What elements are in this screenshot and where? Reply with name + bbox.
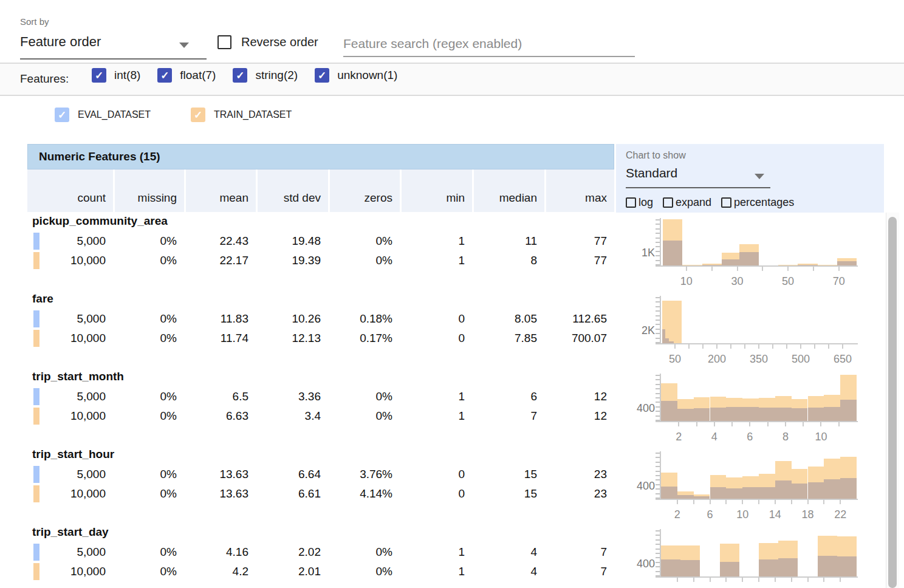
stat-std-dev: 6.64 [256,465,328,484]
stat-std-dev: 6.61 [256,485,328,503]
stat-zeros: 3.76% [328,465,400,484]
x-tick-label: 500 [792,353,810,366]
overlap-bar [759,559,778,576]
numeric-features-title: Numeric Features (15) [39,145,614,169]
x-tick-label: 10 [736,508,748,521]
stat-min: 1 [400,407,472,425]
stat-mean: 11.83 [184,310,256,328]
chart-type-dropdown[interactable]: Standard [626,166,677,180]
overlap-bar [661,487,677,499]
checkbox-unchecked-icon[interactable] [721,197,731,208]
stat-std-dev: 2.02 [256,543,328,561]
overlap-bar [837,261,857,265]
stat-min: 1 [400,543,472,561]
stat-mean: 4.2 [184,562,256,581]
x-tick-label: 10 [815,431,827,443]
checkbox-checked-icon[interactable]: ✓ [157,68,172,83]
stat-missing: 0% [113,310,184,328]
stat-std-dev: 3.4 [256,407,328,425]
stat-max: 112.65 [544,310,614,328]
x-axis-tick [710,578,711,582]
sort-by-underline [20,58,207,60]
x-tick-label: 14 [769,508,781,521]
chevron-down-icon[interactable] [755,174,764,179]
overlap-bar [726,407,742,421]
x-axis-tick [702,344,704,349]
x-axis-tick [674,344,676,349]
column-header-median: median [474,169,544,212]
x-axis-tick [725,500,727,504]
stat-median: 6 [472,388,544,406]
x-axis-tick [737,267,738,271]
feature-type-filter: ✓string(2) [233,68,298,83]
x-axis-tick [749,422,750,426]
overlap-bar [824,407,840,421]
chart-option-expand: expand [663,196,711,209]
x-axis-tick [758,344,759,349]
stat-std-dev: 10.26 [256,310,328,328]
stat-count: 5,000 [27,465,113,484]
checkbox-checked-icon[interactable]: ✓ [233,68,247,83]
chart-option-label: percentages [734,196,794,209]
x-axis-tick [742,500,743,504]
x-tick-label: 8 [782,431,789,443]
reverse-order-checkbox[interactable] [217,35,231,49]
dataset-checkbox-train_dataset[interactable]: ✓ [191,108,205,122]
x-axis-tick [716,344,717,349]
feature-name: trip_start_day [32,525,109,539]
x-axis-tick [762,267,763,271]
x-tick-label: 18 [801,508,813,521]
feature-type-filters: ✓int(8)✓float(7)✓string(2)✓unknown(1) [92,68,397,83]
stat-median: 15 [472,485,544,503]
stat-missing: 0% [113,562,184,581]
column-header-min: min [402,169,472,212]
stat-max: 77 [544,232,614,250]
stat-min: 1 [400,251,472,270]
column-header-label: zeros [365,191,392,205]
feature-type-filter-label: float(7) [180,69,216,82]
x-axis-tick [787,267,789,271]
chevron-down-icon[interactable] [179,43,189,48]
stat-count: 10,000 [27,329,113,347]
x-axis-tick [813,267,814,271]
stat-count: 10,000 [27,562,113,581]
checkbox-unchecked-icon[interactable] [626,197,636,208]
stat-count: 10,000 [27,485,113,503]
dataset-checkbox-eval_dataset[interactable]: ✓ [55,108,69,122]
column-header-label: median [499,191,537,205]
x-tick-label: 4 [711,431,717,443]
stat-count: 10,000 [27,251,113,270]
overlap-bar [694,408,710,421]
feature-type-filter: ✓unknown(1) [315,68,397,83]
stat-missing: 0% [113,329,184,347]
column-header-missing: missing [115,169,184,212]
sort-by-dropdown[interactable]: Feature order [20,34,101,50]
stat-missing: 0% [113,407,184,425]
checkbox-checked-icon[interactable]: ✓ [315,68,329,83]
x-axis-tick [838,267,840,271]
overlap-bar [722,259,739,265]
x-axis-tick [711,267,713,271]
feature-search-input[interactable] [343,32,635,57]
stat-median: 4 [472,562,544,581]
dataset-label: TRAIN_DATASET [214,109,292,120]
overlap-bar [663,241,682,265]
chart-option-label: expand [676,196,711,209]
checkbox-checked-icon[interactable]: ✓ [92,68,106,83]
stat-zeros: 0.17% [328,329,400,347]
numeric-features-header: Numeric Features (15) [27,144,614,169]
stat-median: 4 [472,543,544,561]
feature-type-filter-label: string(2) [255,69,298,82]
vertical-scrollbar-thumb[interactable] [888,217,897,588]
x-axis-tick [714,422,715,426]
overlap-bar [661,401,677,421]
column-header-mean: mean [186,169,256,212]
x-axis-tick [840,578,841,582]
column-header-zeros: zeros [330,169,400,212]
stat-mean: 22.17 [184,251,256,270]
overlap-bar [792,408,808,421]
x-axis-tick [686,267,687,271]
checkbox-unchecked-icon[interactable] [663,197,673,208]
stat-min: 0 [400,329,472,347]
overlap-bar [742,407,759,421]
